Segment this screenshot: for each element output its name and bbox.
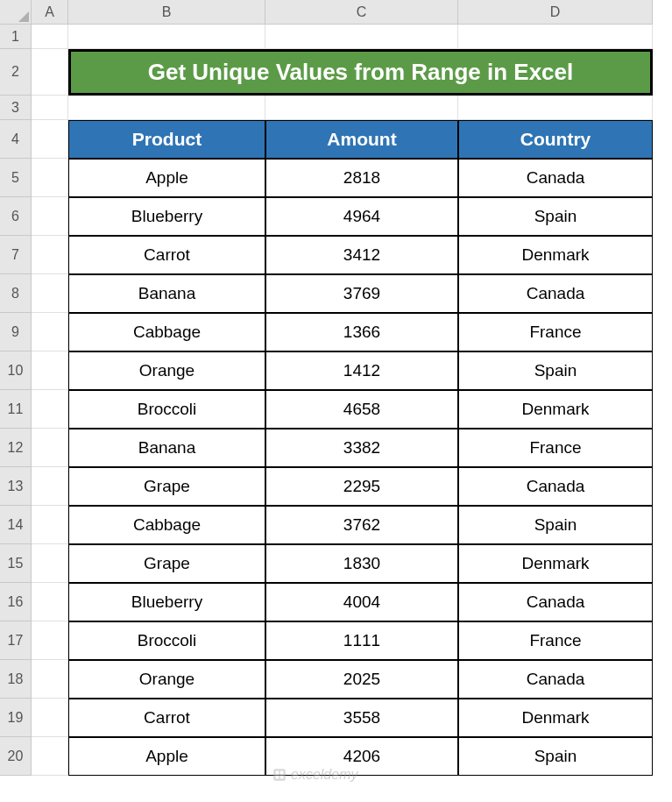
table-cell[interactable]: 3762	[265, 506, 458, 544]
row-header-16[interactable]: 16	[0, 583, 32, 621]
col-header-C[interactable]: C	[265, 0, 458, 25]
table-cell[interactable]: Cabbage	[68, 506, 265, 544]
table-cell[interactable]: 3412	[265, 236, 458, 274]
table-cell[interactable]: Canada	[458, 159, 653, 197]
table-cell[interactable]: Denmark	[458, 699, 653, 737]
table-cell[interactable]: Canada	[458, 583, 653, 621]
table-cell[interactable]: Banana	[68, 274, 265, 313]
table-cell[interactable]: Denmark	[458, 236, 653, 274]
cell-blank[interactable]	[32, 96, 68, 120]
table-cell[interactable]: Cabbage	[68, 313, 265, 351]
cell-blank[interactable]	[32, 313, 68, 351]
cell-blank[interactable]	[32, 274, 68, 313]
table-cell[interactable]: 4004	[265, 583, 458, 621]
cell-blank[interactable]	[32, 429, 68, 467]
table-cell[interactable]: Canada	[458, 274, 653, 313]
table-cell[interactable]: Broccoli	[68, 390, 265, 429]
table-cell[interactable]: 2818	[265, 159, 458, 197]
table-cell[interactable]: France	[458, 621, 653, 660]
row-header-13[interactable]: 13	[0, 467, 32, 506]
cell-blank[interactable]	[265, 25, 458, 49]
cell-blank[interactable]	[458, 25, 653, 49]
table-cell[interactable]: Spain	[458, 351, 653, 390]
table-cell[interactable]: Spain	[458, 737, 653, 776]
cell-blank[interactable]	[32, 351, 68, 390]
row-header-5[interactable]: 5	[0, 159, 32, 197]
table-cell[interactable]: Carrot	[68, 236, 265, 274]
row-header-8[interactable]: 8	[0, 274, 32, 313]
col-header-B[interactable]: B	[68, 0, 265, 25]
table-cell[interactable]: Orange	[68, 660, 265, 699]
table-cell[interactable]: Orange	[68, 351, 265, 390]
cell-blank[interactable]	[32, 49, 68, 96]
table-cell[interactable]: Canada	[458, 467, 653, 506]
table-cell[interactable]: Carrot	[68, 699, 265, 737]
cell-blank[interactable]	[458, 96, 653, 120]
table-cell[interactable]: Grape	[68, 467, 265, 506]
table-cell[interactable]: Canada	[458, 660, 653, 699]
table-cell[interactable]: Spain	[458, 506, 653, 544]
table-cell[interactable]: 3558	[265, 699, 458, 737]
row-header-1[interactable]: 1	[0, 25, 32, 49]
table-cell[interactable]: Blueberry	[68, 583, 265, 621]
row-header-3[interactable]: 3	[0, 96, 32, 120]
row-header-9[interactable]: 9	[0, 313, 32, 351]
table-cell[interactable]: 1412	[265, 351, 458, 390]
select-all-corner[interactable]	[0, 0, 32, 25]
row-header-11[interactable]: 11	[0, 390, 32, 429]
row-header-15[interactable]: 15	[0, 544, 32, 583]
cell-blank[interactable]	[68, 96, 265, 120]
table-cell[interactable]: 3769	[265, 274, 458, 313]
table-cell[interactable]: Apple	[68, 159, 265, 197]
cell-blank[interactable]	[32, 390, 68, 429]
row-header-12[interactable]: 12	[0, 429, 32, 467]
cell-blank[interactable]	[32, 544, 68, 583]
row-header-17[interactable]: 17	[0, 621, 32, 660]
table-cell[interactable]: 4206	[265, 737, 458, 776]
table-cell[interactable]: Denmark	[458, 390, 653, 429]
cell-blank[interactable]	[32, 699, 68, 737]
cell-blank[interactable]	[32, 583, 68, 621]
table-cell[interactable]: Blueberry	[68, 197, 265, 236]
row-header-6[interactable]: 6	[0, 197, 32, 236]
cell-blank[interactable]	[32, 660, 68, 699]
cell-blank[interactable]	[32, 467, 68, 506]
row-header-14[interactable]: 14	[0, 506, 32, 544]
cell-blank[interactable]	[265, 96, 458, 120]
row-header-10[interactable]: 10	[0, 351, 32, 390]
table-cell[interactable]: 1366	[265, 313, 458, 351]
col-header-A[interactable]: A	[32, 0, 68, 25]
table-cell[interactable]: 4964	[265, 197, 458, 236]
row-header-2[interactable]: 2	[0, 49, 32, 96]
table-cell[interactable]: 4658	[265, 390, 458, 429]
table-cell[interactable]: 1830	[265, 544, 458, 583]
table-cell[interactable]: Apple	[68, 737, 265, 776]
cell-blank[interactable]	[32, 120, 68, 159]
cell-blank[interactable]	[32, 236, 68, 274]
row-header-20[interactable]: 20	[0, 737, 32, 776]
table-cell[interactable]: Banana	[68, 429, 265, 467]
table-cell[interactable]: 2295	[265, 467, 458, 506]
row-header-7[interactable]: 7	[0, 236, 32, 274]
cell-blank[interactable]	[32, 25, 68, 49]
table-cell[interactable]: Denmark	[458, 544, 653, 583]
row-header-4[interactable]: 4	[0, 120, 32, 159]
cell-blank[interactable]	[32, 621, 68, 660]
table-cell[interactable]: 1111	[265, 621, 458, 660]
cell-blank[interactable]	[32, 737, 68, 776]
table-cell[interactable]: France	[458, 313, 653, 351]
table-cell[interactable]: Broccoli	[68, 621, 265, 660]
col-header-D[interactable]: D	[458, 0, 653, 25]
cell-blank[interactable]	[32, 197, 68, 236]
cell-blank[interactable]	[68, 25, 265, 49]
cell-blank[interactable]	[32, 159, 68, 197]
title-bar: Get Unique Values from Range in Excel	[68, 49, 653, 96]
table-cell[interactable]: 3382	[265, 429, 458, 467]
table-cell[interactable]: Spain	[458, 197, 653, 236]
cell-blank[interactable]	[32, 506, 68, 544]
row-header-19[interactable]: 19	[0, 699, 32, 737]
row-header-18[interactable]: 18	[0, 660, 32, 699]
table-cell[interactable]: France	[458, 429, 653, 467]
table-cell[interactable]: 2025	[265, 660, 458, 699]
table-cell[interactable]: Grape	[68, 544, 265, 583]
